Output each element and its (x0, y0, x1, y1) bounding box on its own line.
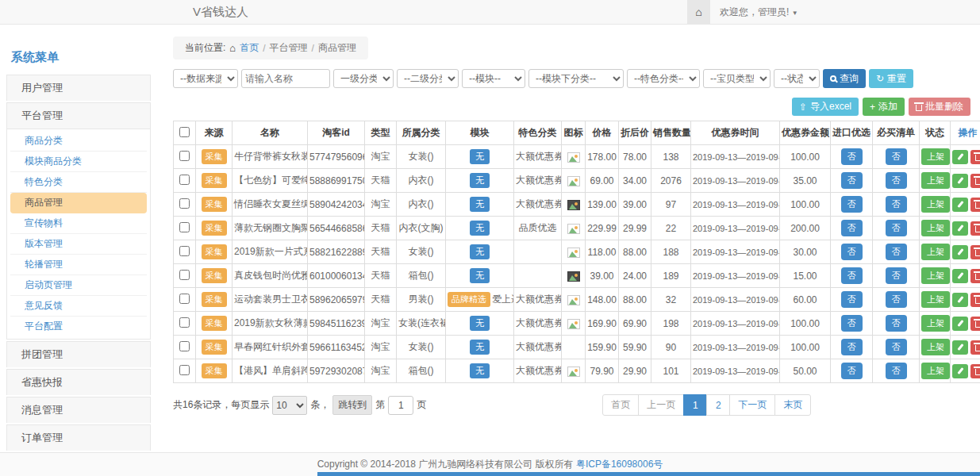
must-buy-toggle[interactable]: 否 (886, 148, 907, 165)
sidebar-subitem-feature-category[interactable]: 特色分类 (10, 172, 147, 193)
must-buy-toggle[interactable]: 否 (886, 291, 907, 308)
sidebar-item-express-news[interactable]: 省惠快报 (6, 369, 151, 395)
select-all-checkbox[interactable] (179, 127, 190, 137)
edit-button[interactable] (952, 245, 968, 259)
row-checkbox[interactable] (179, 175, 190, 185)
edit-button[interactable] (952, 317, 968, 331)
row-checkbox[interactable] (179, 246, 190, 256)
import-select-toggle[interactable]: 否 (841, 196, 863, 213)
status-toggle[interactable]: 上架 (921, 315, 950, 332)
pager-page-2[interactable]: 2 (706, 394, 730, 416)
sidebar-subitem-version-management[interactable]: 版本管理 (10, 234, 147, 255)
batch-delete-button[interactable]: 批量删除 (909, 98, 970, 116)
data-source-select[interactable]: --数据来源-- (173, 69, 238, 88)
edit-button[interactable] (952, 340, 968, 355)
import-select-toggle[interactable]: 否 (841, 148, 863, 165)
delete-button[interactable] (970, 150, 980, 164)
delete-button[interactable] (970, 174, 980, 188)
must-buy-toggle[interactable]: 否 (886, 220, 907, 236)
delete-button[interactable] (970, 364, 980, 378)
query-button[interactable]: 查询 (823, 69, 866, 88)
delete-button[interactable] (970, 317, 980, 331)
row-checkbox[interactable] (179, 222, 190, 232)
pager-last[interactable]: 末页 (774, 394, 811, 416)
edit-button[interactable] (952, 293, 968, 307)
import-select-toggle[interactable]: 否 (841, 244, 863, 260)
sidebar-subitem-goods-management[interactable]: 商品管理 (10, 193, 147, 213)
edit-button[interactable] (952, 150, 968, 164)
import-excel-button[interactable]: ⇧ 导入excel (792, 98, 859, 116)
pager-prev[interactable]: 上一页 (638, 394, 684, 416)
status-toggle[interactable]: 上架 (921, 148, 950, 165)
module-select[interactable]: --模块-- (462, 69, 525, 88)
sidebar-item-message-management[interactable]: 消息管理 (6, 397, 151, 423)
import-select-toggle[interactable]: 否 (841, 339, 863, 355)
sidebar-subitem-feedback[interactable]: 意见反馈 (10, 296, 147, 317)
delete-button[interactable] (970, 269, 980, 283)
name-search-input[interactable] (241, 69, 330, 88)
sidebar-item-platform-management[interactable]: 平台管理 (6, 102, 151, 129)
status-toggle[interactable]: 上架 (921, 244, 950, 260)
status-toggle[interactable]: 上架 (921, 267, 950, 284)
edit-button[interactable] (952, 221, 968, 236)
status-toggle[interactable]: 上架 (921, 196, 950, 213)
must-buy-toggle[interactable]: 否 (886, 244, 907, 260)
must-buy-toggle[interactable]: 否 (886, 172, 907, 189)
row-checkbox[interactable] (179, 294, 190, 304)
breadcrumb-home-link[interactable]: 首页 (240, 41, 259, 55)
jump-page-input[interactable] (388, 396, 413, 415)
home-button[interactable]: ⌂ (687, 0, 710, 24)
must-buy-toggle[interactable]: 否 (886, 267, 907, 284)
status-toggle[interactable]: 上架 (921, 172, 950, 189)
level2-category-select[interactable]: --二级分类-- (397, 69, 459, 88)
delete-button[interactable] (970, 198, 980, 212)
import-select-toggle[interactable]: 否 (841, 363, 863, 379)
row-checkbox[interactable] (179, 317, 190, 328)
edit-button[interactable] (952, 269, 968, 283)
per-page-select[interactable]: 10 (272, 396, 307, 415)
import-select-toggle[interactable]: 否 (841, 315, 863, 332)
row-checkbox[interactable] (179, 151, 190, 161)
item-type-select[interactable]: --宝贝类型-- (703, 69, 771, 88)
icp-link[interactable]: 粤ICP备16098006号 (576, 458, 663, 471)
delete-button[interactable] (970, 340, 980, 355)
row-checkbox[interactable] (179, 365, 190, 375)
pager-page-1[interactable]: 1 (683, 394, 707, 416)
status-toggle[interactable]: 上架 (921, 339, 950, 355)
edit-button[interactable] (952, 198, 968, 212)
status-select[interactable]: --状态-- (774, 69, 820, 88)
row-checkbox[interactable] (179, 198, 190, 209)
must-buy-toggle[interactable]: 否 (886, 339, 907, 355)
import-select-toggle[interactable]: 否 (841, 267, 863, 284)
add-button[interactable]: + 添加 (863, 98, 905, 116)
import-select-toggle[interactable]: 否 (841, 172, 863, 189)
sidebar-item-group-buy-management[interactable]: 拼团管理 (6, 341, 151, 367)
pager-first[interactable]: 首页 (602, 394, 639, 416)
sidebar-subitem-platform-config[interactable]: 平台配置 (10, 317, 147, 337)
import-select-toggle[interactable]: 否 (841, 291, 863, 308)
jump-button[interactable]: 跳转到 (332, 395, 372, 415)
sidebar-subitem-promo-material[interactable]: 宣传物料 (10, 213, 147, 234)
module-subcategory-select[interactable]: --模块下分类-- (528, 69, 624, 88)
sidebar-subitem-goods-category[interactable]: 商品分类 (10, 131, 147, 152)
sidebar-subitem-module-goods-category[interactable]: 模块商品分类 (10, 152, 147, 172)
level1-category-select[interactable]: 一级分类 (333, 69, 394, 88)
must-buy-toggle[interactable]: 否 (886, 196, 907, 213)
edit-button[interactable] (952, 364, 968, 378)
status-toggle[interactable]: 上架 (921, 363, 950, 379)
status-toggle[interactable]: 上架 (921, 220, 950, 236)
sidebar-subitem-carousel-management[interactable]: 轮播管理 (10, 255, 147, 275)
feature-category-select[interactable]: --特色分类-- (627, 69, 700, 88)
sidebar-subitem-splash-page-management[interactable]: 启动页管理 (10, 275, 147, 296)
must-buy-toggle[interactable]: 否 (886, 363, 907, 379)
sidebar-item-user-management[interactable]: 用户管理 (6, 75, 151, 101)
row-checkbox[interactable] (179, 270, 190, 280)
import-select-toggle[interactable]: 否 (841, 220, 863, 236)
user-menu[interactable]: 欢迎您，管理员! ▼ (710, 0, 808, 24)
must-buy-toggle[interactable]: 否 (886, 315, 907, 332)
sidebar-item-order-management[interactable]: 订单管理 (6, 424, 151, 451)
edit-button[interactable] (952, 174, 968, 188)
reset-button[interactable]: ↻ 重置 (869, 69, 913, 88)
delete-button[interactable] (970, 293, 980, 307)
row-checkbox[interactable] (179, 341, 190, 351)
